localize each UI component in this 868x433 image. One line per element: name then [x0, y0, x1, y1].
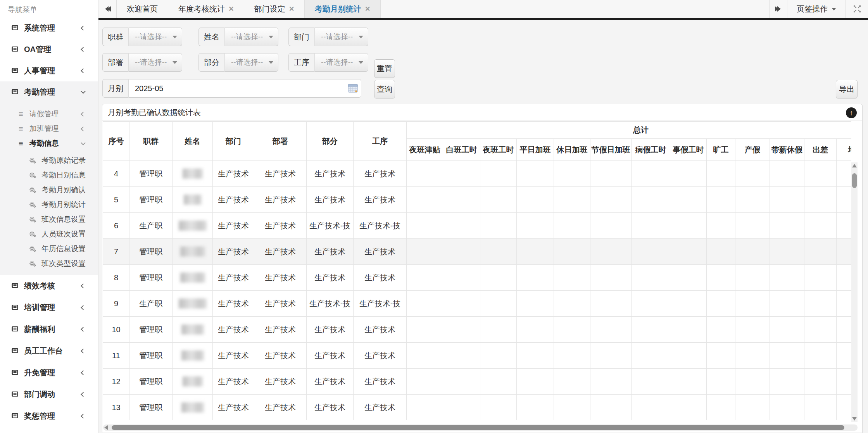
table-row[interactable]: 11管理职生产技术生产技术生产技术生产技术	[103, 343, 852, 369]
filter-select-1-1[interactable]: --请选择--	[225, 28, 278, 46]
filter-select-2-0[interactable]: --请选择--	[129, 53, 182, 72]
filter-select-value: --请选择--	[321, 32, 353, 42]
horizontal-scrollbar[interactable]	[103, 424, 858, 431]
sidebar-leaf-label: 考勤月别统计	[41, 200, 86, 210]
stat-cell	[770, 161, 804, 187]
table-row[interactable]: 12管理职生产技术生产技术生产技术生产技术	[103, 369, 852, 395]
stat-cell	[735, 213, 770, 239]
data-cell: 生产技术	[307, 187, 354, 213]
data-cell: 生产技术	[354, 265, 407, 291]
filter-select-1-0[interactable]: --请选择--	[129, 28, 182, 46]
filter-select-value: --请选择--	[135, 32, 167, 42]
tab-close-icon[interactable]: ×	[289, 5, 294, 13]
tab-operations-dropdown[interactable]: 页签操作	[787, 0, 846, 18]
stat-cell	[443, 239, 480, 265]
stat-cell	[480, 395, 517, 421]
data-cell: 生产技术	[254, 213, 307, 239]
scroll-down-icon[interactable]	[852, 417, 857, 421]
stat-cell	[517, 213, 554, 239]
tab-2[interactable]: 部门设定×	[244, 0, 305, 18]
sidebar-leaf-item-1[interactable]: 考勤日别信息	[0, 168, 98, 183]
scroll-left-icon[interactable]	[104, 425, 108, 430]
table-row[interactable]: 10管理职生产技术生产技术生产技术生产技术	[103, 317, 852, 343]
menu-bars-icon: ≡	[19, 110, 23, 118]
stat-cell	[837, 291, 852, 317]
sidebar-subitem-0[interactable]: ≡请假管理	[0, 107, 98, 121]
tab-1[interactable]: 年度考核统计×	[168, 0, 244, 18]
sidebar-leaf-item-2[interactable]: 考勤月别确认	[0, 183, 98, 197]
chevron-left-icon	[81, 327, 86, 332]
sidebar-item-2[interactable]: 人事管理	[0, 60, 98, 81]
tab-3[interactable]: 考勤月别统计×	[305, 0, 381, 18]
sidebar-item-b2[interactable]: 薪酬福利	[0, 318, 98, 340]
stat-cell	[735, 291, 770, 317]
sidebar-item-b0[interactable]: 绩效考核	[0, 275, 98, 297]
name-cell	[173, 395, 213, 421]
stat-cell	[837, 161, 852, 187]
table-row[interactable]: 8管理职生产技术生产技术生产技术生产技术	[103, 265, 852, 291]
month-input[interactable]	[135, 84, 337, 93]
filter-select-1-2[interactable]: --请选择--	[315, 28, 368, 46]
sidebar-item-attendance[interactable]: 考勤管理	[0, 81, 98, 103]
sidebar-subitem-1[interactable]: ≡加班管理	[0, 121, 98, 136]
chevron-left-icon	[81, 392, 86, 397]
query-button[interactable]: 查询	[374, 80, 395, 98]
scroll-up-icon[interactable]	[852, 164, 857, 167]
sidebar-leaf-item-5[interactable]: 人员班次设置	[0, 227, 98, 242]
table-row[interactable]: 13管理职生产技术生产技术生产技术生产技术	[103, 395, 852, 421]
sidebar-leaf-item-7[interactable]: 班次类型设置	[0, 256, 98, 271]
sidebar-leaf-item-6[interactable]: 年历信息设置	[0, 242, 98, 256]
table-row[interactable]: 7管理职生产技术生产技术生产技术生产技术	[103, 239, 852, 265]
sidebar-leaf-item-3[interactable]: 考勤月别统计	[0, 197, 98, 212]
horizontal-scroll-thumb[interactable]	[112, 425, 844, 430]
sidebar-item-b3[interactable]: 员工工作台	[0, 340, 98, 362]
vertical-scrollbar[interactable]	[851, 162, 858, 422]
table-row[interactable]: 5管理职生产技术生产技术生产技术生产技术	[103, 187, 852, 213]
sidebar-item-b1[interactable]: 培训管理	[0, 297, 98, 318]
data-cell: 11	[103, 343, 129, 369]
vertical-scroll-thumb[interactable]	[852, 173, 857, 188]
stat-cell	[707, 291, 735, 317]
table-row[interactable]: 4管理职生产技术生产技术生产技术生产技术	[103, 161, 852, 187]
masked-name	[184, 195, 202, 205]
tab-bar: 欢迎首页年度考核统计×部门设定×考勤月别统计× 页签操作	[98, 0, 868, 18]
table-row[interactable]: 6生产职生产技术生产技术生产技术-技生产技术-技	[103, 213, 852, 239]
table-viewport: 序号职群姓名部门部署部分工序总计夜班津贴白班工时夜班工时平日加班休日加班节假日加…	[103, 121, 851, 420]
table-row[interactable]: 9生产职生产技术生产技术生产技术-技生产技术-技	[103, 291, 852, 317]
filter-select-2-1[interactable]: --请选择--	[225, 53, 278, 72]
filter-select-value: --请选择--	[135, 57, 167, 67]
stat-cell	[837, 343, 852, 369]
export-button[interactable]: 导出	[836, 80, 858, 98]
sidebar-item-0[interactable]: 系统管理	[0, 17, 98, 39]
sidebar-item-b5[interactable]: 部门调动	[0, 383, 98, 405]
tab-0[interactable]: 欢迎首页	[116, 0, 168, 18]
gears-icon	[29, 202, 36, 208]
collapse-up-icon[interactable]: ↑	[846, 107, 857, 118]
tab-close-icon[interactable]: ×	[229, 5, 234, 13]
column-header-5: 部分	[307, 122, 354, 161]
sidebar-leaf-item-0[interactable]: 考勤原始记录	[0, 153, 98, 168]
sidebar-leaf-label: 年历信息设置	[41, 244, 86, 254]
tabs-scroll-right-button[interactable]	[769, 0, 787, 18]
sidebar-item-1[interactable]: OA管理	[0, 39, 98, 60]
tab-close-icon[interactable]: ×	[365, 5, 370, 13]
sidebar-item-b4[interactable]: 升免管理	[0, 362, 98, 383]
stat-cell	[804, 291, 837, 317]
chevron-left-icon	[81, 370, 86, 375]
stat-cell	[517, 239, 554, 265]
stat-cell	[770, 291, 804, 317]
stat-cell	[707, 317, 735, 343]
masked-name	[181, 324, 204, 335]
filter-select-2-2[interactable]: --请选择--	[315, 53, 368, 72]
data-cell: 生产技术	[213, 395, 254, 421]
stat-cell	[707, 239, 735, 265]
reset-button[interactable]: 重置	[374, 59, 395, 78]
stat-cell	[554, 265, 590, 291]
chevron-down-icon	[359, 61, 363, 64]
fullscreen-icon[interactable]	[846, 0, 868, 18]
sidebar-item-b6[interactable]: 奖惩管理	[0, 405, 98, 427]
calendar-icon[interactable]	[348, 84, 358, 95]
sidebar-subitem-2[interactable]: ≡考勤信息	[0, 136, 98, 151]
sidebar-leaf-item-4[interactable]: 班次信息设置	[0, 212, 98, 227]
tabs-scroll-left-button[interactable]	[98, 0, 116, 18]
